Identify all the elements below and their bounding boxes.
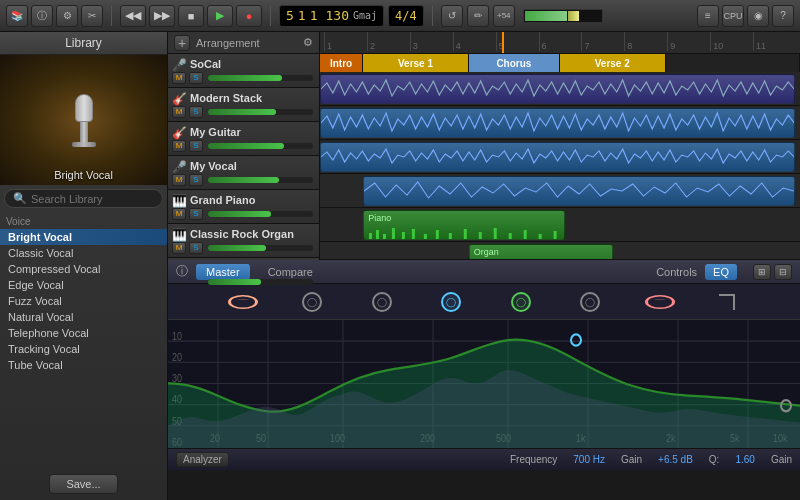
settings-icon[interactable]: ⚙ <box>56 5 78 27</box>
fader-socal[interactable] <box>208 75 313 81</box>
rewind-button[interactable]: ◀◀ <box>120 5 146 27</box>
section-chorus[interactable]: Chorus <box>469 54 560 72</box>
voice-item-edge[interactable]: Edge Vocal <box>0 277 167 293</box>
mute-btn-vocal[interactable]: M <box>172 174 186 186</box>
solo-btn-piano[interactable]: S <box>189 208 203 220</box>
eq-node-3[interactable]: ◯ <box>372 292 392 312</box>
svg-rect-8 <box>449 233 452 240</box>
fader-organ[interactable] <box>208 245 313 251</box>
timeline-area: 1 2 3 4 5 6 7 8 9 10 11 <box>320 32 800 259</box>
mute-btn-guitar[interactable]: M <box>172 140 186 152</box>
clip-organ[interactable]: Organ <box>469 244 613 259</box>
section-verse1[interactable]: Verse 1 <box>363 54 469 72</box>
lane-guitar <box>320 140 800 174</box>
time-signature[interactable]: 4/4 <box>388 5 424 27</box>
voice-item-telephone[interactable]: Telephone Vocal <box>0 325 167 341</box>
mixer-icon[interactable]: ≡ <box>697 5 719 27</box>
instrument-preview: Bright Vocal <box>0 55 167 185</box>
solo-btn-vocal[interactable]: S <box>189 174 203 186</box>
voice-item-classic[interactable]: Classic Vocal <box>0 245 167 261</box>
controls-label: Controls <box>656 266 697 278</box>
eq-node-5[interactable]: ◯ <box>511 292 531 312</box>
svg-rect-7 <box>436 230 439 240</box>
fader-vocal[interactable] <box>208 177 313 183</box>
play-button[interactable]: ▶ <box>207 5 233 27</box>
cpu-icon[interactable]: CPU <box>722 5 744 27</box>
track-name-socal: SoCal <box>190 58 221 70</box>
library-icon[interactable]: 📚 <box>6 5 28 27</box>
track-icon-modern: 🎸 <box>172 92 186 106</box>
voice-item-compressed[interactable]: Compressed Vocal <box>0 261 167 277</box>
mic-head <box>75 94 93 122</box>
voice-item-bright[interactable]: Bright Vocal <box>0 229 167 245</box>
section-intro[interactable]: Intro <box>320 54 363 72</box>
clip-bass[interactable] <box>320 74 795 104</box>
analyzer-button[interactable]: Analyzer <box>176 452 229 467</box>
level-meter-container <box>523 9 603 23</box>
info-icon[interactable]: ⓘ <box>31 5 53 27</box>
frequency-value: 700 Hz <box>573 454 605 465</box>
fader-modern[interactable] <box>208 109 313 115</box>
mute-btn-organ[interactable]: M <box>172 242 186 254</box>
clip-vocal[interactable] <box>363 176 795 206</box>
search-box[interactable]: 🔍 <box>4 189 163 208</box>
loop-icon[interactable]: ↺ <box>441 5 463 27</box>
mute-btn-socal[interactable]: M <box>172 72 186 84</box>
voice-item-tube[interactable]: Tube Vocal <box>0 357 167 373</box>
eq-node-1[interactable]: ⌒ <box>228 295 258 309</box>
q-value: 1.60 <box>735 454 754 465</box>
clip-modern[interactable] <box>320 108 795 138</box>
fader-piano[interactable] <box>208 211 313 217</box>
svg-rect-14 <box>539 234 542 240</box>
eq-node-7[interactable]: ⌒ <box>645 295 675 309</box>
voice-item-fuzz[interactable]: Fuzz Vocal <box>0 293 167 309</box>
voice-section-label: Voice <box>0 212 167 229</box>
fader-strings[interactable] <box>208 279 313 285</box>
microphone-graphic <box>72 94 96 147</box>
track-controls-vocal: M S <box>172 174 315 186</box>
mute-btn-piano[interactable]: M <box>172 208 186 220</box>
eq-section: ⓘ Master Compare Controls EQ ⊞ ⊟ ⌒ ◯ <box>168 260 800 470</box>
svg-rect-0 <box>369 233 372 240</box>
record-button[interactable]: ● <box>236 5 262 27</box>
eq-expand-icon[interactable]: ⊞ <box>753 264 771 280</box>
clip-guitar[interactable] <box>320 142 795 172</box>
ruler-6: 6 <box>539 32 582 51</box>
eq-node-6[interactable]: ◯ <box>580 292 600 312</box>
clip-piano[interactable]: Piano <box>363 210 565 240</box>
master-tab[interactable]: Master <box>196 264 250 280</box>
solo-btn-organ[interactable]: S <box>189 242 203 254</box>
stop-button[interactable]: ■ <box>178 5 204 27</box>
eq-collapse-icon[interactable]: ⊟ <box>774 264 792 280</box>
eq-graph[interactable]: 10 20 30 40 50 60 20 <box>168 320 800 448</box>
forward-button[interactable]: ▶▶ <box>149 5 175 27</box>
solo-btn-guitar[interactable]: S <box>189 140 203 152</box>
voice-item-tracking[interactable]: Tracking Vocal <box>0 341 167 357</box>
fader-guitar[interactable] <box>208 143 313 149</box>
voice-item-natural[interactable]: Natural Vocal <box>0 309 167 325</box>
zoom-icon[interactable]: +54 <box>493 5 515 27</box>
cut-icon[interactable]: ✂ <box>81 5 103 27</box>
solo-btn-socal[interactable]: S <box>189 72 203 84</box>
eq-node-8[interactable] <box>719 294 735 310</box>
arrangement-settings-icon[interactable]: ⚙ <box>303 36 313 49</box>
help-icon[interactable]: ? <box>772 5 794 27</box>
eq-node-4[interactable]: ◯ <box>441 292 461 312</box>
mute-btn-modern[interactable]: M <box>172 106 186 118</box>
search-input[interactable] <box>31 193 154 205</box>
pencil-icon[interactable]: ✏ <box>467 5 489 27</box>
beat-number: 1 <box>298 8 306 23</box>
add-track-button[interactable]: + <box>174 35 190 51</box>
section-verse2[interactable]: Verse 2 <box>560 54 666 72</box>
eq-nodes-row: ⌒ ◯ ◯ ◯ ◯ ◯ ⌒ <box>168 284 800 320</box>
gain-label: Gain <box>621 454 642 465</box>
lane-organ: Organ <box>320 242 800 259</box>
eq-tab-right[interactable]: EQ <box>705 264 737 280</box>
eq-node-2[interactable]: ◯ <box>302 292 322 312</box>
compare-tab[interactable]: Compare <box>258 264 323 280</box>
save-button[interactable]: Save... <box>49 474 117 494</box>
eq-node-2-shape: ◯ <box>307 297 317 307</box>
arrange-section: + Arrangement ⚙ 🎤 SoCal M S <box>168 32 800 260</box>
smartcontrols-icon[interactable]: ◉ <box>747 5 769 27</box>
solo-btn-modern[interactable]: S <box>189 106 203 118</box>
